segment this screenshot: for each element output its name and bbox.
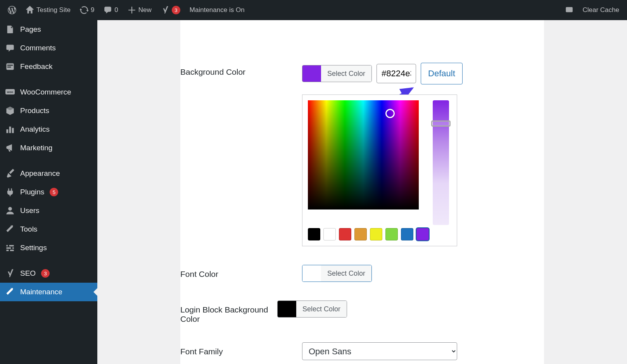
select-color-label: Select Color: [296, 301, 347, 317]
row-background-color: Background Color Select Color Default: [180, 43, 544, 256]
svg-rect-12: [6, 245, 14, 247]
seo-icon: [5, 269, 15, 278]
svg-rect-4: [7, 65, 13, 65]
sidebar-item-label: Plugins: [20, 188, 44, 196]
bg-color-hex-input[interactable]: [377, 64, 416, 83]
comments-count: 0: [114, 6, 118, 14]
admin-bar: Testing Site 9 0 New 3 Maintenance is On: [0, 0, 627, 20]
sidebar-item-label: Products: [20, 106, 49, 115]
plus-icon: [128, 6, 136, 14]
sidebar-item-label: Users: [20, 206, 40, 215]
color-picker-hue-strip[interactable]: [433, 100, 449, 225]
row-login-bg-color: Login Block Background Color Select Colo…: [180, 291, 544, 333]
maintenance-icon: [5, 287, 15, 297]
svg-rect-15: [8, 245, 9, 247]
palette-swatch-yellow[interactable]: [370, 228, 382, 240]
palette-swatch-red[interactable]: [339, 228, 351, 240]
updates-count: 9: [91, 6, 94, 14]
pages-icon: [5, 25, 15, 34]
sidebar-item-plugins[interactable]: Plugins 5: [0, 183, 97, 201]
home-icon: [26, 6, 34, 14]
bg-color-default-button[interactable]: Default: [421, 63, 463, 84]
yoast-link[interactable]: 3: [156, 0, 185, 20]
yoast-badge: 3: [172, 6, 180, 14]
label-background-color: Background Color: [180, 63, 302, 77]
select-color-label: Select Color: [321, 65, 371, 82]
clear-cache-text: Clear Cache: [583, 6, 620, 14]
settings-panel: Background Color Select Color Default: [180, 20, 544, 364]
settings-icon: [5, 243, 15, 252]
svg-rect-17: [9, 249, 10, 252]
font-family-select[interactable]: Open Sans: [302, 342, 457, 360]
sidebar-item-label: Maintenance: [20, 288, 62, 296]
sidebar-item-settings[interactable]: Settings: [0, 239, 97, 257]
wp-logo[interactable]: [3, 0, 21, 20]
sidebar-item-comments[interactable]: Comments: [0, 39, 97, 57]
label-font-color: Font Color: [180, 265, 302, 279]
marketing-icon: [5, 143, 15, 153]
sidebar-item-appearance[interactable]: Appearance: [0, 164, 97, 183]
sidebar-item-pages[interactable]: Pages: [0, 20, 97, 39]
color-picker-panel: [302, 94, 457, 246]
sidebar-item-tools[interactable]: Tools: [0, 220, 97, 239]
new-content-link[interactable]: New: [123, 0, 156, 20]
comments-link[interactable]: 0: [99, 0, 123, 20]
font-color-swatch: [302, 265, 321, 282]
row-font-color: Font Color Select Color: [180, 256, 544, 291]
clear-cache-link[interactable]: Clear Cache: [578, 0, 624, 20]
sidebar-item-users[interactable]: Users: [0, 201, 97, 220]
sidebar-item-woocommerce[interactable]: woo WooCommerce: [0, 83, 97, 101]
tools-icon: [5, 225, 15, 234]
svg-rect-8: [6, 129, 8, 133]
palette-swatch-black[interactable]: [308, 228, 320, 240]
palette-swatch-purple[interactable]: [416, 228, 429, 240]
comments-icon: [104, 6, 112, 14]
sidebar-item-label: Analytics: [20, 125, 50, 134]
font-color-picker-trigger[interactable]: Select Color: [302, 265, 372, 282]
palette-swatch-orange[interactable]: [354, 228, 367, 240]
sidebar-item-analytics[interactable]: Analytics: [0, 120, 97, 139]
svg-text:woo: woo: [7, 90, 13, 94]
hue-handle[interactable]: [431, 120, 451, 127]
products-icon: [5, 106, 15, 115]
svg-rect-10: [12, 128, 14, 133]
sidebar-item-seo[interactable]: SEO 3: [0, 264, 97, 283]
sidebar-item-label: Marketing: [20, 144, 52, 152]
sidebar-item-label: SEO: [20, 269, 36, 278]
bg-color-swatch: [302, 65, 321, 82]
sidebar-item-maintenance[interactable]: Maintenance: [0, 283, 97, 301]
palette-swatch-blue[interactable]: [401, 228, 413, 240]
update-icon: [80, 6, 88, 14]
color-palette: [308, 228, 451, 240]
site-name-link[interactable]: Testing Site: [21, 0, 75, 20]
maintenance-text: Maintenance is On: [190, 6, 245, 14]
plugins-badge: 5: [50, 188, 58, 196]
sidebar-item-marketing[interactable]: Marketing: [0, 139, 97, 157]
sidebar-item-label: Tools: [20, 225, 37, 234]
row-font-family: Font Family Open Sans: [180, 333, 544, 360]
bg-color-picker-trigger[interactable]: Select Color: [302, 65, 372, 82]
admin-sidebar: Pages Comments Feedback woo WooCommerce …: [0, 20, 97, 364]
svg-point-11: [8, 207, 12, 211]
svg-rect-16: [11, 247, 12, 249]
updates-link[interactable]: 9: [75, 0, 99, 20]
new-content-label: New: [138, 6, 152, 14]
maintenance-status[interactable]: Maintenance is On: [185, 0, 249, 20]
sidebar-item-label: Appearance: [20, 169, 60, 178]
site-name-text: Testing Site: [36, 6, 71, 14]
login-bg-color-picker-trigger[interactable]: Select Color: [277, 300, 347, 318]
sidebar-item-products[interactable]: Products: [0, 101, 97, 120]
analytics-icon: [5, 125, 15, 134]
svg-rect-5: [7, 67, 11, 67]
saturation-handle[interactable]: [385, 109, 395, 118]
sidebar-item-label: Pages: [20, 25, 41, 34]
palette-swatch-white[interactable]: [323, 228, 336, 240]
notices-link[interactable]: [560, 0, 578, 20]
label-font-family: Font Family: [180, 342, 302, 356]
wordpress-icon: [8, 6, 16, 14]
palette-swatch-green[interactable]: [385, 228, 398, 240]
label-login-bg-color: Login Block Background Color: [180, 300, 277, 324]
sidebar-item-feedback[interactable]: Feedback: [0, 57, 97, 76]
feedback-icon: [5, 62, 15, 71]
color-picker-saturation[interactable]: [308, 100, 419, 209]
